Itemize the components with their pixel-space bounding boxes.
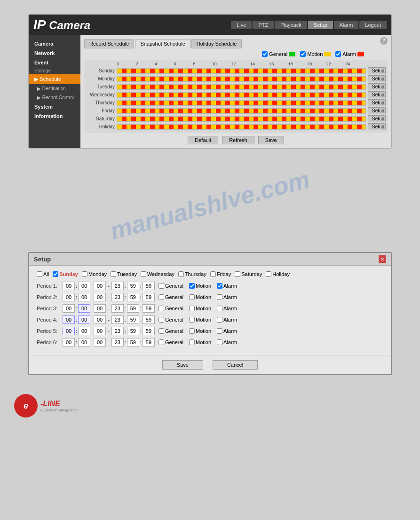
nav-live[interactable]: Live bbox=[231, 21, 252, 29]
schedule-bar-friday[interactable] bbox=[117, 108, 366, 114]
period-4-end-h[interactable] bbox=[111, 315, 124, 324]
period-1-start-h[interactable] bbox=[63, 282, 75, 290]
period-4-alarm-check[interactable] bbox=[217, 317, 222, 323]
period-2-end-s[interactable] bbox=[143, 293, 155, 301]
help-icon[interactable]: ? bbox=[380, 37, 388, 45]
period-4-general-check[interactable] bbox=[158, 317, 164, 323]
all-checkbox[interactable] bbox=[37, 271, 42, 277]
sidebar-schedule[interactable]: ▶ Schedule bbox=[29, 74, 80, 84]
setup-btn-tuesday[interactable]: Setup bbox=[368, 83, 386, 90]
period-1-start-s[interactable] bbox=[94, 282, 106, 290]
period-6-end-m[interactable] bbox=[127, 338, 139, 347]
period-2-general-check[interactable] bbox=[158, 294, 164, 300]
period-2-motion-check[interactable] bbox=[189, 294, 195, 300]
setup-btn-wednesday[interactable]: Setup bbox=[368, 91, 386, 98]
period-5-general-check[interactable] bbox=[158, 328, 164, 334]
period-6-start-m[interactable] bbox=[78, 338, 90, 347]
setup-btn-monday[interactable]: Setup bbox=[368, 75, 386, 82]
period-6-end-h[interactable] bbox=[111, 338, 124, 347]
holiday-checkbox[interactable] bbox=[266, 271, 271, 277]
tuesday-checkbox[interactable] bbox=[111, 271, 116, 277]
monday-checkbox[interactable] bbox=[82, 271, 87, 277]
sidebar-destination[interactable]: ▶ Destination bbox=[29, 84, 80, 93]
period-3-end-h[interactable] bbox=[111, 304, 124, 313]
period-6-start-s[interactable] bbox=[94, 338, 106, 347]
period-1-end-s[interactable] bbox=[143, 282, 155, 290]
period-1-start-m[interactable] bbox=[78, 282, 90, 290]
legend-general-check[interactable] bbox=[262, 51, 268, 57]
saturday-checkbox[interactable] bbox=[235, 271, 240, 277]
sidebar-system[interactable]: System bbox=[29, 102, 80, 111]
tab-holiday-schedule[interactable]: Holiday Schedule bbox=[191, 39, 242, 48]
period-3-start-s[interactable] bbox=[94, 304, 106, 313]
setup-btn-thursday[interactable]: Setup bbox=[368, 99, 386, 106]
dialog-save-button[interactable]: Save bbox=[162, 360, 203, 370]
period-5-start-s[interactable] bbox=[94, 327, 106, 335]
period-1-end-h[interactable] bbox=[111, 282, 124, 290]
setup-btn-holiday[interactable]: Setup bbox=[368, 123, 386, 130]
period-4-start-s[interactable] bbox=[94, 315, 106, 324]
refresh-button[interactable]: Refresh bbox=[222, 136, 254, 144]
sidebar-camera[interactable]: Camera bbox=[29, 39, 80, 48]
nav-playback[interactable]: Playback bbox=[275, 21, 307, 29]
period-3-general-check[interactable] bbox=[158, 306, 164, 311]
period-5-start-m[interactable] bbox=[78, 327, 90, 335]
period-1-general-check[interactable] bbox=[158, 283, 164, 289]
nav-logout[interactable]: Logout bbox=[359, 21, 387, 29]
schedule-bar-thursday[interactable] bbox=[117, 100, 366, 106]
friday-checkbox[interactable] bbox=[210, 271, 216, 277]
period-3-start-h[interactable] bbox=[63, 304, 75, 313]
sunday-checkbox[interactable] bbox=[53, 271, 58, 277]
wednesday-checkbox[interactable] bbox=[141, 271, 146, 277]
period-3-end-m[interactable] bbox=[127, 304, 139, 313]
setup-btn-sunday[interactable]: Setup bbox=[368, 67, 386, 74]
period-4-start-h[interactable] bbox=[63, 315, 75, 324]
nav-ptz[interactable]: PTZ bbox=[253, 21, 274, 29]
period-6-end-s[interactable] bbox=[143, 338, 155, 347]
sidebar-information[interactable]: Information bbox=[29, 111, 80, 121]
period-5-motion-check[interactable] bbox=[189, 328, 195, 334]
period-5-end-m[interactable] bbox=[127, 327, 139, 335]
dialog-close-button[interactable]: ✕ bbox=[379, 255, 386, 263]
default-button[interactable]: Default bbox=[188, 136, 218, 144]
thursday-checkbox[interactable] bbox=[178, 271, 184, 277]
sidebar-record-control[interactable]: ▶ Record Control bbox=[29, 93, 80, 102]
period-4-motion-check[interactable] bbox=[189, 317, 195, 323]
period-2-start-h[interactable] bbox=[63, 293, 75, 301]
period-3-end-s[interactable] bbox=[143, 304, 155, 313]
period-5-alarm-check[interactable] bbox=[217, 328, 222, 334]
period-2-alarm-check[interactable] bbox=[217, 294, 222, 300]
period-2-start-s[interactable] bbox=[94, 293, 106, 301]
schedule-bar-saturday[interactable] bbox=[117, 116, 366, 122]
schedule-bar-holiday[interactable] bbox=[117, 124, 366, 130]
period-6-start-h[interactable] bbox=[63, 338, 75, 347]
period-6-general-check[interactable] bbox=[158, 339, 164, 345]
nav-alarm[interactable]: Alarm bbox=[334, 21, 359, 29]
sidebar-network[interactable]: Network bbox=[29, 48, 80, 58]
schedule-bar-wednesday[interactable] bbox=[117, 92, 366, 98]
tab-snapshot-schedule[interactable]: Snapshot Schedule bbox=[135, 39, 190, 48]
legend-alarm-check[interactable] bbox=[335, 51, 341, 57]
period-1-motion-check[interactable] bbox=[189, 283, 195, 289]
period-2-end-h[interactable] bbox=[111, 293, 124, 301]
period-5-start-h[interactable] bbox=[63, 327, 75, 335]
period-6-motion-check[interactable] bbox=[189, 339, 195, 345]
period-4-start-m[interactable] bbox=[78, 315, 90, 324]
setup-btn-friday[interactable]: Setup bbox=[368, 107, 386, 114]
schedule-bar-tuesday[interactable] bbox=[117, 84, 366, 90]
sidebar-event[interactable]: Event bbox=[29, 58, 80, 67]
period-5-end-s[interactable] bbox=[143, 327, 155, 335]
period-1-end-m[interactable] bbox=[127, 282, 139, 290]
period-1-alarm-check[interactable] bbox=[217, 283, 222, 289]
setup-btn-saturday[interactable]: Setup bbox=[368, 115, 386, 122]
nav-setup[interactable]: Setup bbox=[308, 21, 333, 29]
period-3-start-m[interactable] bbox=[78, 304, 90, 313]
legend-motion-check[interactable] bbox=[300, 51, 306, 57]
period-2-end-m[interactable] bbox=[127, 293, 139, 301]
period-4-end-m[interactable] bbox=[127, 315, 139, 324]
tab-record-schedule[interactable]: Record Schedule bbox=[84, 39, 134, 48]
period-3-motion-check[interactable] bbox=[189, 306, 195, 311]
period-3-alarm-check[interactable] bbox=[217, 306, 222, 311]
schedule-bar-monday[interactable] bbox=[117, 76, 366, 82]
period-6-alarm-check[interactable] bbox=[217, 339, 222, 345]
